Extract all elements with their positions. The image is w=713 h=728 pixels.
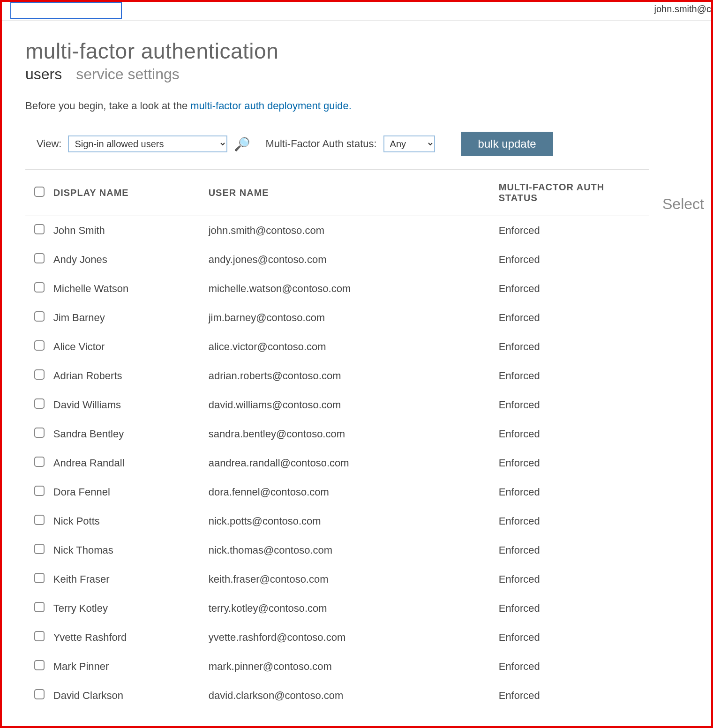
intro-prefix: Before you begin, take a look at the (25, 100, 190, 112)
cell-display-name: David Williams (53, 390, 209, 420)
cell-display-name: Jim Barney (53, 303, 209, 332)
cell-user-name: mark.pinner@contoso.com (209, 652, 499, 681)
row-checkbox[interactable] (34, 369, 45, 380)
cell-user-name: adrian.roberts@contoso.com (209, 361, 499, 390)
table-row[interactable]: Nick Thomasnick.thomas@contoso.comEnforc… (25, 536, 649, 565)
row-checkbox[interactable] (34, 515, 45, 525)
cell-display-name: Sandra Bentley (53, 420, 209, 449)
cell-user-name: yvette.rashford@contoso.com (209, 623, 499, 652)
view-label: View: (37, 138, 61, 150)
tabs: users service settings (25, 66, 711, 83)
table-row[interactable]: Andrea Randallaandrea.randall@contoso.co… (25, 449, 649, 478)
row-checkbox[interactable] (34, 602, 45, 612)
cell-status: Enforced (499, 623, 649, 652)
side-panel-hint: Select (662, 195, 704, 212)
column-display-name[interactable]: DISPLAY NAME (53, 170, 209, 216)
cell-user-name: andy.jones@contoso.com (209, 245, 499, 274)
cell-display-name: Nick Thomas (53, 536, 209, 565)
cell-user-name: dora.fennel@contoso.com (209, 478, 499, 507)
table-row[interactable]: Keith Fraserkeith.fraser@contoso.comEnfo… (25, 565, 649, 594)
row-checkbox[interactable] (34, 428, 45, 438)
row-checkbox[interactable] (34, 660, 45, 670)
users-table: DISPLAY NAME USER NAME MULTI-FACTOR AUTH… (25, 169, 649, 710)
table-row[interactable]: Mark Pinnermark.pinner@contoso.comEnforc… (25, 652, 649, 681)
row-checkbox[interactable] (34, 573, 45, 583)
cell-user-name: nick.thomas@contoso.com (209, 536, 499, 565)
cell-display-name: Keith Fraser (53, 565, 209, 594)
status-select[interactable]: Any (383, 135, 435, 152)
column-user-name[interactable]: USER NAME (209, 170, 499, 216)
row-checkbox[interactable] (34, 631, 45, 641)
cell-status: Enforced (499, 681, 649, 710)
cell-display-name: Alice Victor (53, 332, 209, 361)
cell-display-name: Dora Fennel (53, 478, 209, 507)
cell-display-name: Adrian Roberts (53, 361, 209, 390)
cell-status: Enforced (499, 478, 649, 507)
table-row[interactable]: David Clarksondavid.clarkson@contoso.com… (25, 681, 649, 710)
top-search-box[interactable] (10, 2, 122, 19)
intro-text: Before you begin, take a look at the mul… (25, 100, 711, 112)
row-checkbox[interactable] (34, 398, 45, 409)
cell-display-name: Nick Potts (53, 507, 209, 536)
cell-user-name: alice.victor@contoso.com (209, 332, 499, 361)
table-row[interactable]: Terry Kotleyterry.kotley@contoso.comEnfo… (25, 594, 649, 623)
row-checkbox[interactable] (34, 224, 45, 234)
cell-status: Enforced (499, 420, 649, 449)
table-row[interactable]: Dora Fenneldora.fennel@contoso.comEnforc… (25, 478, 649, 507)
top-bar: john.smith@c (2, 2, 711, 21)
row-checkbox[interactable] (34, 340, 45, 351)
cell-display-name: Mark Pinner (53, 652, 209, 681)
cell-status: Enforced (499, 245, 649, 274)
cell-status: Enforced (499, 507, 649, 536)
cell-status: Enforced (499, 274, 649, 303)
row-checkbox[interactable] (34, 457, 45, 467)
row-checkbox[interactable] (34, 486, 45, 496)
row-checkbox[interactable] (34, 311, 45, 322)
cell-display-name: Andrea Randall (53, 449, 209, 478)
cell-user-name: jim.barney@contoso.com (209, 303, 499, 332)
cell-display-name: John Smith (53, 216, 209, 246)
cell-status: Enforced (499, 332, 649, 361)
table-row[interactable]: Jim Barneyjim.barney@contoso.comEnforced (25, 303, 649, 332)
table-row[interactable]: Andy Jonesandy.jones@contoso.comEnforced (25, 245, 649, 274)
cell-display-name: Yvette Rashford (53, 623, 209, 652)
cell-user-name: keith.fraser@contoso.com (209, 565, 499, 594)
signed-in-user: john.smith@c (654, 2, 711, 15)
cell-user-name: terry.kotley@contoso.com (209, 594, 499, 623)
table-row[interactable]: John Smithjohn.smith@contoso.comEnforced (25, 216, 649, 246)
search-icon[interactable]: 🔍 (234, 136, 250, 152)
deployment-guide-link[interactable]: multi-factor auth deployment guide. (190, 100, 352, 112)
cell-display-name: David Clarkson (53, 681, 209, 710)
table-row[interactable]: David Williamsdavid.williams@contoso.com… (25, 390, 649, 420)
cell-status: Enforced (499, 594, 649, 623)
table-row[interactable]: Alice Victoralice.victor@contoso.comEnfo… (25, 332, 649, 361)
cell-status: Enforced (499, 216, 649, 246)
row-checkbox[interactable] (34, 282, 45, 293)
cell-status: Enforced (499, 536, 649, 565)
column-status[interactable]: MULTI-FACTOR AUTH STATUS (499, 170, 649, 216)
cell-status: Enforced (499, 565, 649, 594)
table-row[interactable]: Michelle Watsonmichelle.watson@contoso.c… (25, 274, 649, 303)
status-label: Multi-Factor Auth status: (265, 138, 376, 150)
cell-display-name: Michelle Watson (53, 274, 209, 303)
table-row[interactable]: Sandra Bentleysandra.bentley@contoso.com… (25, 420, 649, 449)
tab-users[interactable]: users (25, 66, 62, 83)
cell-user-name: david.clarkson@contoso.com (209, 681, 499, 710)
view-select[interactable]: Sign-in allowed users (68, 135, 227, 152)
table-row[interactable]: Adrian Robertsadrian.roberts@contoso.com… (25, 361, 649, 390)
cell-user-name: john.smith@contoso.com (209, 216, 499, 246)
row-checkbox[interactable] (34, 689, 45, 699)
row-checkbox[interactable] (34, 253, 45, 263)
select-all-checkbox[interactable] (34, 187, 45, 197)
page-title: multi-factor authentication (25, 38, 711, 64)
bulk-update-button[interactable]: bulk update (461, 132, 553, 156)
row-checkbox[interactable] (34, 544, 45, 554)
table-row[interactable]: Nick Pottsnick.potts@contoso.comEnforced (25, 507, 649, 536)
cell-status: Enforced (499, 303, 649, 332)
cell-user-name: michelle.watson@contoso.com (209, 274, 499, 303)
cell-user-name: nick.potts@contoso.com (209, 507, 499, 536)
tab-service-settings[interactable]: service settings (76, 66, 180, 83)
cell-user-name: aandrea.randall@contoso.com (209, 449, 499, 478)
table-row[interactable]: Yvette Rashfordyvette.rashford@contoso.c… (25, 623, 649, 652)
cell-status: Enforced (499, 390, 649, 420)
